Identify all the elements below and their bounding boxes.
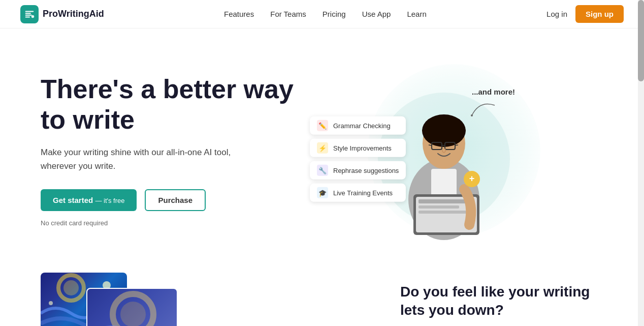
nav-item-features[interactable]: Features (224, 10, 254, 18)
feature-label-grammar: Grammar Checking (333, 122, 391, 129)
signup-button[interactable]: Sign up (575, 5, 624, 23)
navbar: ProWritingAid Features For Teams Pricing… (0, 0, 644, 28)
purchase-button[interactable]: Purchase (145, 189, 206, 211)
style-icon: ⚡ (317, 142, 328, 154)
svg-point-24 (120, 302, 146, 326)
svg-point-22 (49, 301, 53, 305)
hero-left: There's a better way to write Make your … (41, 74, 305, 227)
logo-link[interactable]: ProWritingAid (20, 5, 104, 23)
feature-card-rephrase: 🔧 Rephrase suggestions (310, 161, 406, 180)
hero-illustration: ✏️ Grammar Checking ⚡ Style Improvements… (305, 59, 603, 242)
feature-label-training: Live Training Events (333, 189, 393, 196)
svg-text:+: + (469, 173, 475, 184)
svg-line-9 (455, 145, 458, 145)
logo-text: ProWritingAid (43, 9, 104, 19)
no-credit-text: No credit card required (41, 219, 305, 227)
feature-cards: ✏️ Grammar Checking ⚡ Style Improvements… (310, 116, 406, 202)
overlay-svg (87, 289, 178, 326)
logo-icon (20, 5, 39, 23)
scrollbar-thumb[interactable] (638, 0, 644, 81)
section2-right: Do you feel like your writing lets you d… (400, 273, 603, 326)
nav-item-learn[interactable]: Learn (407, 10, 426, 18)
hero-subtitle: Make your writing shine with our all-in-… (41, 145, 254, 173)
feature-card-training: 🎓 Live Training Events (310, 184, 406, 202)
hero-buttons: Get started — it's free Purchase (41, 189, 305, 211)
grammar-icon: ✏️ (317, 120, 328, 131)
rephrase-icon: 🔧 (317, 165, 328, 176)
login-button[interactable]: Log in (546, 10, 567, 18)
section2: My idea in my head Do you feel like your… (0, 273, 644, 326)
svg-line-8 (429, 145, 432, 145)
section2-title: Do you feel like your writing lets you d… (400, 283, 603, 320)
hero-title: There's a better way to write (41, 74, 305, 135)
nav-item-use-app[interactable]: Use App (362, 10, 391, 18)
nav-actions: Log in Sign up (546, 5, 624, 23)
svg-rect-13 (418, 205, 459, 209)
feature-card-style: ⚡ Style Improvements (310, 139, 406, 157)
overlay-image: My idea in my head (86, 288, 178, 326)
nav-item-pricing[interactable]: Pricing (323, 10, 346, 18)
feature-label-style: Style Improvements (333, 144, 392, 152)
svg-point-17 (471, 114, 473, 116)
nav-links: Features For Teams Pricing Use App Learn (224, 10, 427, 19)
get-started-button[interactable]: Get started — it's free (41, 189, 137, 211)
section2-left: My idea in my head (41, 273, 295, 326)
svg-point-4 (422, 114, 466, 147)
deco-arrow (469, 98, 500, 118)
page-scrollbar[interactable] (638, 0, 644, 326)
svg-point-19 (63, 280, 79, 295)
hero-section: There's a better way to write Make your … (0, 28, 644, 262)
training-icon: 🎓 (317, 187, 328, 198)
image-stack: My idea in my head (41, 273, 213, 326)
svg-rect-14 (418, 211, 467, 214)
and-more-text: ...and more! (472, 87, 515, 96)
feature-card-grammar: ✏️ Grammar Checking (310, 116, 406, 135)
svg-point-0 (31, 15, 34, 18)
nav-item-for-teams[interactable]: For Teams (270, 10, 306, 18)
feature-label-rephrase: Rephrase suggestions (333, 166, 399, 174)
